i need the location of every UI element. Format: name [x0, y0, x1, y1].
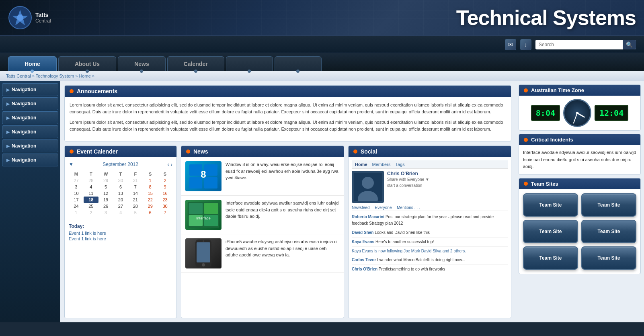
feed-user-2: David Shen — [352, 230, 373, 235]
cal-cell[interactable]: 6 — [143, 209, 158, 216]
social-feed-tabs: Newsfeed Everyone Mentions . . . — [352, 205, 508, 211]
notification-icon[interactable]: ✉ — [505, 39, 516, 50]
cal-cell[interactable]: 7 — [158, 209, 172, 216]
svg-rect-9 — [189, 203, 203, 214]
cal-cell[interactable]: 5 — [128, 209, 143, 216]
sidebar-item-3[interactable]: ▶ Navigation — [2, 111, 58, 124]
team-site-btn-2[interactable]: Team Site — [581, 193, 636, 217]
cal-cell[interactable]: 23 — [158, 197, 172, 203]
search-bar: 🔍 — [535, 40, 636, 49]
newsfeed-tab[interactable]: Newsfeed — [352, 205, 369, 210]
cal-cell[interactable]: 29 — [143, 203, 158, 209]
social-title: Social — [361, 148, 377, 155]
cal-cell[interactable]: 8 — [143, 184, 158, 190]
cal-cell[interactable]: 4 — [113, 209, 128, 216]
team-site-btn-3[interactable]: Team Site — [523, 220, 578, 243]
sidebar-item-1[interactable]: ▶ Navigation — [2, 83, 58, 96]
sidebar-label-5: Navigation — [12, 143, 36, 149]
tab-home[interactable]: Home — [8, 56, 57, 71]
team-site-btn-4[interactable]: Team Site — [581, 220, 636, 243]
tab-empty-2[interactable] — [275, 56, 322, 71]
tab-calender[interactable]: Calender — [167, 56, 224, 71]
cal-cell[interactable]: 29 — [98, 177, 113, 184]
cal-month-label: September 2012 — [103, 162, 138, 167]
calendar-header: Event Calender — [65, 146, 176, 157]
cal-cell[interactable]: 21 — [128, 197, 143, 203]
social-tab-home[interactable]: Home — [355, 162, 367, 167]
cal-cell[interactable]: 13 — [113, 190, 128, 197]
breadcrumb-home: Home » — [79, 74, 94, 78]
everyone-tab[interactable]: Everyone — [375, 205, 392, 210]
cal-cell[interactable]: 10 — [69, 190, 84, 197]
cal-cell[interactable]: 19 — [98, 197, 113, 203]
announcement-para-1: Lorem ipsum dolor sit amet, consectetur … — [70, 102, 506, 115]
sidebar-item-5[interactable]: ▶ Navigation — [2, 139, 58, 152]
cal-cell[interactable]: 5 — [98, 184, 113, 190]
cal-cell[interactable]: 28 — [128, 203, 143, 209]
cal-cell[interactable]: 2 — [158, 177, 172, 184]
cal-prev-btn[interactable]: ‹ — [167, 161, 169, 168]
cal-cell[interactable]: 26 — [98, 203, 113, 209]
cal-cell[interactable]: 2 — [84, 209, 98, 216]
cal-cell[interactable]: 1 — [143, 177, 158, 184]
cal-cell[interactable]: 1 — [69, 209, 84, 216]
phone-graphic — [185, 238, 222, 268]
cal-cell[interactable]: 20 — [113, 197, 128, 203]
cal-cell[interactable]: 15 — [143, 190, 158, 197]
tab-about-us[interactable]: About Us — [58, 56, 116, 71]
breadcrumb-tech[interactable]: Technology System — [36, 74, 74, 78]
social-feed-item-2: David Shen Looks and David Shen like thi… — [352, 228, 508, 238]
cal-cell[interactable]: 31 — [128, 177, 143, 184]
team-site-btn-5[interactable]: Team Site — [523, 246, 578, 270]
cal-cell[interactable]: 22 — [143, 197, 158, 203]
news-text-3: iPhone5 awiuhe etuyseg ashf ejso eisurhs… — [226, 238, 340, 268]
mentions-tab[interactable]: Mentions . . . — [397, 205, 420, 210]
cal-next-btn[interactable]: › — [170, 161, 172, 168]
person-name-label: Chris O'Brien — [387, 171, 429, 176]
sidebar-item-2[interactable]: ▶ Navigation — [2, 97, 58, 110]
cal-cell[interactable]: 30 — [158, 203, 172, 209]
cal-cell[interactable]: 9 — [158, 184, 172, 190]
following-label: Kaya Evans is now following Joe Mark Dav… — [352, 249, 466, 253]
cal-cell-today[interactable]: 18 — [84, 197, 98, 203]
cal-cell[interactable]: 14 — [128, 190, 143, 197]
team-site-btn-1[interactable]: Team Site — [523, 193, 578, 217]
search-button[interactable]: 🔍 — [623, 40, 636, 49]
tab-news[interactable]: News — [118, 56, 166, 71]
svg-rect-6 — [204, 177, 217, 188]
sidebar-label-4: Navigation — [12, 129, 36, 135]
calendar-body: ▼ September 2012 ‹ › M T W — [65, 157, 176, 220]
today-section: Today: Event 1 link is here Event 1 link… — [65, 220, 176, 245]
cal-cell[interactable]: 3 — [69, 184, 84, 190]
social-tab-tags[interactable]: Tags — [395, 162, 404, 167]
cal-cell[interactable]: 24 — [69, 203, 84, 209]
download-icon[interactable]: ↓ — [520, 39, 531, 50]
breadcrumb-tatts[interactable]: Tatts Central — [6, 74, 31, 78]
person-avatar-graphic — [354, 173, 382, 201]
cal-grid: M T W T F S S 27 — [69, 171, 172, 216]
event-link-1[interactable]: Event 1 link is here — [69, 231, 172, 236]
cal-cell[interactable]: 30 — [113, 177, 128, 184]
cal-cell[interactable]: 27 — [113, 203, 128, 209]
cal-cell[interactable]: 16 — [158, 190, 172, 197]
cal-cell[interactable]: 25 — [84, 203, 98, 209]
cal-cell[interactable]: 6 — [113, 184, 128, 190]
cal-cell[interactable]: 7 — [128, 184, 143, 190]
sidebar-item-6[interactable]: ▶ Navigation — [2, 154, 58, 166]
cal-cell[interactable]: 11 — [84, 190, 98, 197]
social-tab-members[interactable]: Members — [372, 162, 391, 167]
team-sites-dot — [524, 182, 528, 186]
cal-cell[interactable]: 4 — [84, 184, 98, 190]
cal-cell[interactable]: 17 — [69, 197, 84, 203]
sidebar-item-4[interactable]: ▶ Navigation — [2, 125, 58, 138]
cal-cell[interactable]: 28 — [84, 177, 98, 184]
cal-cell[interactable]: 12 — [98, 190, 113, 197]
event-link-2[interactable]: Event 1 link is here — [69, 236, 172, 241]
feed-user-5: Chris O'Brien — [352, 267, 377, 271]
cal-cell[interactable]: 3 — [98, 209, 113, 216]
team-site-btn-6[interactable]: Team Site — [581, 246, 636, 270]
search-input[interactable] — [535, 40, 623, 49]
tab-empty-1[interactable] — [226, 56, 273, 71]
news-list: 8 Window 8 is on a way. weiu erse eoijse… — [181, 157, 344, 273]
cal-cell[interactable]: 27 — [69, 177, 84, 184]
